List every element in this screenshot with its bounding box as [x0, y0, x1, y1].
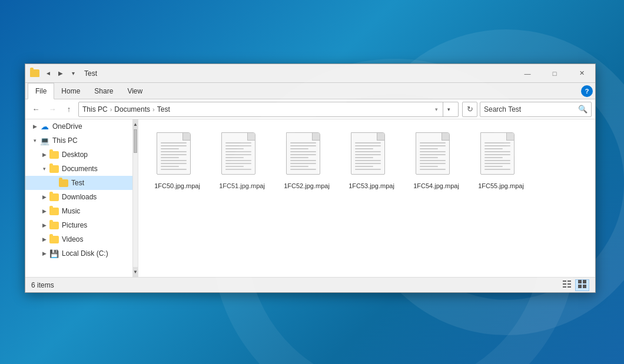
music-folder-icon [49, 206, 59, 216]
window-controls: — □ ✕ [514, 64, 595, 83]
sidebar-item-videos[interactable]: ▶ Videos [25, 232, 138, 246]
explorer-window: ◄ ▶ ▾ Test — □ ✕ File Home Share View ? … [25, 64, 596, 293]
file-icon-5 [480, 132, 522, 179]
view-icon-button[interactable] [575, 279, 589, 291]
documents-folder-icon [49, 163, 59, 174]
help-button[interactable]: ? [581, 85, 593, 97]
svg-rect-5 [567, 286, 571, 288]
breadcrumb-current: Test [157, 105, 170, 113]
sidebar-scrollbar[interactable]: ▲ ▼ [132, 119, 138, 277]
sidebar-scroll: ▶ ☁ OneDrive ▾ 💻 This PC ▶ Desktop [25, 119, 138, 277]
sidebar-item-pictures[interactable]: ▶ Pictures [25, 218, 138, 232]
breadcrumb-documents[interactable]: Documents [114, 105, 150, 113]
sidebar-item-test[interactable]: ▶ Test [25, 176, 138, 190]
breadcrumb-sep-1: › [110, 106, 112, 113]
expand-desktop-icon: ▶ [39, 148, 49, 162]
file-name-0: 1FC50.jpg.mpaj [154, 182, 200, 190]
minimize-button[interactable]: — [514, 64, 541, 83]
file-item-5[interactable]: 1FC55.jpg.mpaj [472, 129, 530, 193]
breadcrumb-thispc[interactable]: This PC [82, 105, 108, 113]
drive-icon: 💾 [49, 248, 59, 259]
address-bar[interactable]: This PC › Documents › Test ▾ ▾ [78, 102, 459, 117]
title-folder-icon [30, 69, 39, 77]
expand-pictures-icon: ▶ [39, 218, 49, 232]
up-button[interactable]: ↑ [62, 102, 76, 116]
sidebar-label-desktop: Desktop [62, 151, 88, 159]
file-item-2[interactable]: 1FC52.jpg.mpaj [277, 129, 336, 193]
expand-downloads-icon: ▶ [39, 190, 49, 204]
menu-tab-view[interactable]: View [120, 83, 150, 99]
sidebar-item-music[interactable]: ▶ Music [25, 204, 138, 218]
file-name-1: 1FC51.jpg.mpaj [219, 182, 265, 190]
menu-bar-right: ? [581, 85, 593, 97]
search-icon-button[interactable]: 🔍 [578, 105, 588, 114]
forward-button[interactable]: → [45, 102, 59, 116]
videos-folder-icon [49, 234, 59, 245]
scrollbar-down-button[interactable]: ▼ [133, 267, 138, 277]
quick-access-dropdown[interactable]: ▾ [68, 68, 78, 79]
title-bar: ◄ ▶ ▾ Test — □ ✕ [25, 64, 595, 83]
sidebar-label-videos: Videos [62, 235, 83, 243]
quick-access-back[interactable]: ◄ [43, 68, 54, 79]
menu-bar: File Home Share View ? [25, 83, 595, 99]
file-icon-1 [221, 132, 263, 179]
expand-localdisk-icon: ▶ [39, 246, 49, 261]
scrollbar-up-button[interactable]: ▲ [133, 119, 138, 129]
file-item-0[interactable]: 1FC50.jpg.mpaj [148, 129, 207, 193]
expand-onedrive-icon: ▶ [30, 119, 39, 133]
file-icon-3 [351, 132, 392, 179]
close-button[interactable]: ✕ [568, 64, 595, 83]
menu-tab-share[interactable]: Share [87, 83, 120, 99]
svg-rect-7 [583, 280, 586, 283]
address-dropdown-button[interactable]: ▾ [443, 102, 454, 117]
view-buttons [560, 279, 589, 291]
svg-rect-8 [578, 285, 582, 288]
file-name-2: 1FC52.jpg.mpaj [284, 182, 330, 190]
menu-tab-home[interactable]: Home [54, 83, 87, 99]
main-area: ▶ ☁ OneDrive ▾ 💻 This PC ▶ Desktop [25, 119, 595, 277]
breadcrumb-sep-2: › [152, 106, 155, 113]
sidebar-item-thispc[interactable]: ▾ 💻 This PC [25, 133, 138, 148]
search-box[interactable]: 🔍 [480, 102, 592, 117]
title-bar-left: ◄ ▶ ▾ Test [30, 68, 97, 79]
sidebar-item-onedrive[interactable]: ▶ ☁ OneDrive [25, 119, 138, 133]
sidebar-item-documents[interactable]: ▾ Documents [25, 162, 138, 176]
search-input[interactable] [484, 105, 576, 113]
view-list-button[interactable] [560, 279, 574, 291]
downloads-folder-icon [49, 192, 59, 202]
quick-access-forward[interactable]: ▶ [55, 68, 66, 79]
scrollbar-thumb[interactable] [134, 129, 137, 153]
pc-icon: 💻 [39, 135, 50, 146]
maximize-button[interactable]: □ [541, 64, 568, 83]
file-name-5: 1FC55.jpg.mpaj [478, 182, 524, 190]
quick-access-toolbar: ◄ ▶ ▾ [43, 68, 78, 79]
breadcrumb: This PC › Documents › Test [82, 105, 430, 113]
sidebar-item-localdisk[interactable]: ▶ 💾 Local Disk (C:) [25, 246, 138, 261]
file-icon-0 [157, 132, 198, 179]
refresh-button[interactable]: ↻ [462, 102, 477, 117]
file-icon-4 [416, 132, 457, 179]
item-count: 6 items [31, 281, 54, 289]
pictures-folder-icon [49, 220, 59, 231]
sidebar-item-downloads[interactable]: ▶ Downloads [25, 190, 138, 204]
file-item-1[interactable]: 1FC51.jpg.mpaj [213, 129, 271, 193]
status-bar: 6 items [25, 277, 595, 292]
sidebar-label-downloads: Downloads [62, 193, 97, 201]
back-button[interactable]: ← [29, 102, 43, 116]
file-name-3: 1FC53.jpg.mpaj [348, 182, 394, 190]
desktop-folder-icon [49, 149, 59, 160]
sidebar-label-music: Music [62, 207, 80, 215]
sidebar-item-desktop[interactable]: ▶ Desktop [25, 148, 138, 162]
sidebar-label-documents: Documents [62, 165, 98, 173]
content-area: 1FC50.jpg.mpaj [138, 119, 595, 277]
file-item-3[interactable]: 1FC53.jpg.mpaj [342, 129, 401, 193]
svg-rect-6 [578, 280, 582, 283]
file-item-4[interactable]: 1FC54.jpg.mpaj [407, 129, 466, 193]
file-icon-2 [286, 132, 327, 179]
expand-thispc-icon: ▾ [30, 133, 39, 148]
sidebar-label-test: Test [71, 179, 84, 187]
menu-tab-file[interactable]: File [28, 83, 54, 99]
sidebar-label-pictures: Pictures [62, 221, 87, 229]
files-grid: 1FC50.jpg.mpaj [148, 129, 586, 193]
expand-videos-icon: ▶ [39, 232, 49, 246]
